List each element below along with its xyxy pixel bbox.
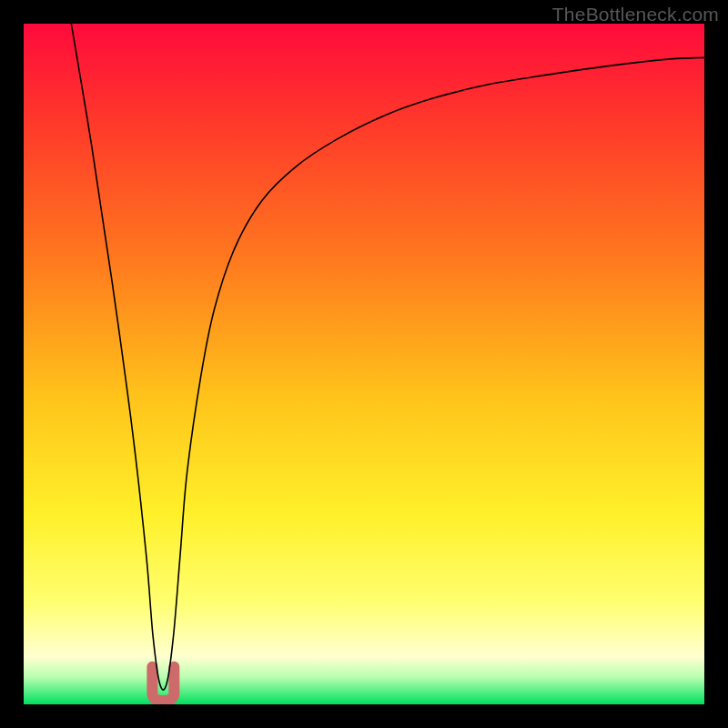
- watermark-text: TheBottleneck.com: [552, 4, 719, 25]
- chart-frame: [24, 24, 704, 704]
- bottleneck-chart: [24, 24, 704, 704]
- chart-background: [24, 24, 704, 704]
